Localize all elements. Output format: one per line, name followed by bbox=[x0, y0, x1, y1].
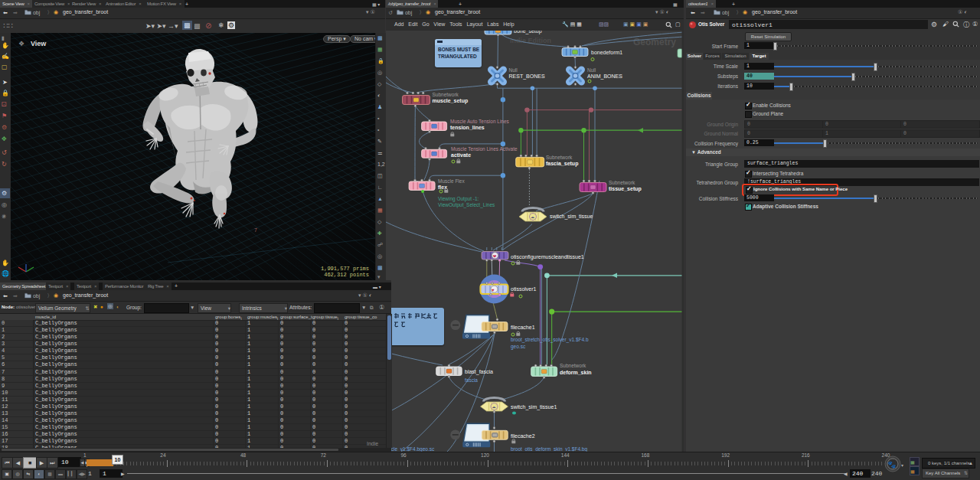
svg-text:☁: ☁ bbox=[492, 404, 496, 409]
svg-text:Geometry: Geometry bbox=[633, 37, 676, 47]
svg-text:bonedeform1: bonedeform1 bbox=[591, 50, 622, 55]
svg-text:filecache2: filecache2 bbox=[511, 433, 535, 439]
svg-text:Subnetwork: Subnetwork bbox=[546, 155, 573, 160]
svg-text:fascia: fascia bbox=[465, 377, 478, 383]
svg-text:uscle_v1.$F4.bgeo.sc: uscle_v1.$F4.bgeo.sc bbox=[386, 446, 435, 452]
svg-text:otisconfiguremuscleandtissue1: otisconfiguremuscleandtissue1 bbox=[511, 254, 584, 260]
svg-text:fascia_setup: fascia_setup bbox=[546, 161, 578, 167]
svg-text:Muscle Auto Tension Lines: Muscle Auto Tension Lines bbox=[450, 119, 510, 124]
svg-text:broot_otis_deform_skin_v1.$F4.: broot_otis_deform_skin_v1.$F4.bg bbox=[511, 446, 587, 452]
svg-text:filecache1: filecache1 bbox=[511, 325, 535, 330]
svg-text:▾: ▾ bbox=[901, 463, 903, 468]
svg-text:tissue_setup: tissue_setup bbox=[609, 186, 642, 192]
svg-text:muscle_setup: muscle_setup bbox=[433, 98, 469, 104]
svg-text:ViewOutput_Select_Lines: ViewOutput_Select_Lines bbox=[438, 202, 495, 208]
svg-text:Subnetwork: Subnetwork bbox=[609, 180, 635, 185]
svg-text:❤: ❤ bbox=[493, 254, 497, 259]
svg-text:Muscle Flex: Muscle Flex bbox=[438, 178, 465, 184]
svg-text:blast_fascia: blast_fascia bbox=[465, 369, 493, 375]
svg-text:🐾: 🐾 bbox=[887, 460, 897, 469]
svg-text:♥: ♥ bbox=[492, 288, 495, 292]
svg-text:deform_skin: deform_skin bbox=[560, 370, 592, 375]
svg-text:otissolver1: otissolver1 bbox=[511, 286, 537, 292]
svg-text:broot_stretch_otis_solver_v1.$: broot_stretch_otis_solver_v1.$F4.b bbox=[511, 337, 589, 343]
svg-text:geo.sc: geo.sc bbox=[511, 344, 526, 350]
svg-text:Subnetwork: Subnetwork bbox=[560, 363, 586, 368]
svg-text:REST_BONES: REST_BONES bbox=[509, 73, 545, 80]
svg-text:switch_sim_tissue1: switch_sim_tissue1 bbox=[511, 404, 557, 410]
svg-text:activate: activate bbox=[451, 152, 471, 158]
svg-text:7: 7 bbox=[254, 227, 257, 233]
svg-text:Muscle Tension Lines Activate: Muscle Tension Lines Activate bbox=[451, 146, 518, 152]
svg-text:flex: flex bbox=[438, 184, 447, 190]
svg-text:bone_setup: bone_setup bbox=[514, 31, 542, 34]
svg-text:switch_sim_tissue: switch_sim_tissue bbox=[550, 214, 593, 220]
svg-text:Subnetwork: Subnetwork bbox=[433, 92, 459, 97]
svg-text:Viewing Output -1:: Viewing Output -1: bbox=[438, 196, 479, 202]
svg-text:Null: Null bbox=[587, 67, 596, 73]
svg-text:tension_lines: tension_lines bbox=[450, 125, 485, 130]
svg-text:☁: ☁ bbox=[531, 214, 534, 219]
svg-text:Null: Null bbox=[509, 67, 518, 73]
svg-text:ANIM_BONES: ANIM_BONES bbox=[587, 73, 622, 80]
